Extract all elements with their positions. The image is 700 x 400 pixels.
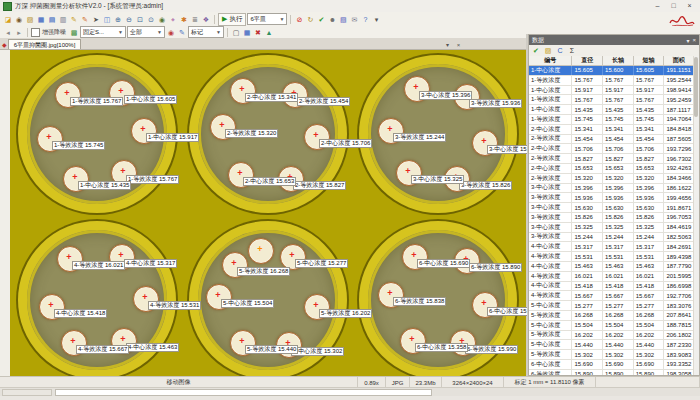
table-cell: 183.9083 (664, 350, 694, 359)
column-header[interactable]: 面积 (664, 56, 694, 65)
image-viewer[interactable]: +1-等效浓度 15.767+1-中心浓度 15.605+1-中心浓度 15.9… (10, 50, 527, 376)
table-row[interactable]: 1-中心浓度15.91715.91715.917198.9414 (529, 86, 694, 96)
table-row[interactable]: 3-等效浓度15.82615.82615.826196.7053 (529, 213, 694, 223)
report-icon[interactable]: ▧ (338, 14, 348, 24)
help-icon[interactable]: ? (360, 14, 370, 24)
table-row[interactable]: 1-中心浓度15.60515.60015.605191.1151 (529, 66, 694, 76)
table-cell: 15.302 (634, 350, 665, 359)
table-row[interactable]: 2-等效浓度15.32015.32015.320184.3466 (529, 174, 694, 184)
preset-combo[interactable]: 6平皿 ▼ (247, 13, 287, 25)
table-row[interactable]: 5-等效浓度16.20216.20216.202206.1802 (529, 331, 694, 341)
table-row[interactable]: 5-中心浓度15.44015.44015.440187.2330 (529, 340, 694, 350)
capture-frame-icon[interactable]: ◫ (102, 14, 112, 24)
open-data-icon[interactable]: ▨ (543, 46, 553, 56)
camera-capture-icon[interactable]: ◉ (14, 14, 24, 24)
table-row[interactable]: 5-等效浓度16.26816.26816.268207.8641 (529, 311, 694, 321)
table-row[interactable]: 4-等效浓度15.66715.66715.667192.7706 (529, 291, 694, 301)
panel-close-icon[interactable]: × (692, 37, 696, 44)
maximize-button[interactable]: □ (666, 1, 681, 11)
picker-icon[interactable]: ✎ (177, 27, 187, 37)
template-combo[interactable]: 固定S... ▼ (80, 26, 126, 38)
table-row[interactable]: 1-等效浓度15.76715.76715.767195.2544 (529, 76, 694, 86)
next-icon[interactable]: ▸ (14, 27, 24, 37)
table-row[interactable]: 2-等效浓度15.45415.45415.454187.5605 (529, 135, 694, 145)
table-scrollbar[interactable] (693, 56, 699, 375)
stamp-icon[interactable]: ◉ (166, 27, 176, 37)
table-row[interactable]: 1-中心浓度15.43515.43515.435187.1117 (529, 105, 694, 115)
table-cell: 15.667 (572, 291, 603, 300)
table-row[interactable]: 1-等效浓度15.76715.76715.767195.2459 (529, 95, 694, 105)
layers-icon[interactable]: ≣ (190, 14, 200, 24)
refresh-icon[interactable]: ↻ (305, 14, 315, 24)
user-icon[interactable]: ☻ (327, 14, 337, 24)
table-cell: 15.936 (634, 193, 665, 202)
run-button[interactable]: ▶ 执行 (218, 13, 246, 26)
table-row[interactable]: 4-等效浓度15.53115.53115.531189.4398 (529, 252, 694, 262)
table-row[interactable]: 4-中心浓度15.46315.46315.463187.7790 (529, 262, 694, 272)
column-header[interactable]: 直径 (572, 56, 603, 65)
settings-icon[interactable]: ❖ (201, 14, 211, 24)
pen-icon[interactable]: ✎ (80, 14, 90, 24)
table-row[interactable]: 5-中心浓度15.50415.50415.504188.7815 (529, 321, 694, 331)
save-icon[interactable]: ▦ (36, 14, 46, 24)
sum-data-icon[interactable]: Σ (567, 46, 577, 56)
tab-active-image[interactable]: 6平皿抑菌圈.jpg[100%] (8, 39, 82, 49)
print-icon[interactable]: ▥ (58, 14, 68, 24)
table-row[interactable]: 6-中心浓度15.69015.69015.690193.3352 (529, 360, 694, 370)
table-row[interactable]: 3-中心浓度15.39615.39615.396186.1622 (529, 184, 694, 194)
zoom-actual-icon[interactable]: ⊙ (146, 14, 156, 24)
tab-close-icon[interactable]: × (454, 42, 463, 48)
mark-combo[interactable]: 标记 ▼ (188, 26, 224, 38)
table-row[interactable]: 3-等效浓度15.93615.93615.936199.4656 (529, 193, 694, 203)
table-row[interactable]: 1-等效浓度15.74515.74515.745194.7064 (529, 115, 694, 125)
table-row[interactable]: 6-等效浓度15.89015.89015.890198.3058 (529, 370, 694, 375)
zoom-in-icon[interactable]: ⊕ (113, 14, 123, 24)
eye-icon[interactable]: ◉ (157, 14, 167, 24)
table-cell: 189.4398 (664, 252, 694, 261)
tab-menu-icon[interactable]: ▾ (443, 41, 452, 48)
table-row[interactable]: 4-等效浓度16.02116.02116.021201.5995 (529, 272, 694, 282)
check-data-icon[interactable]: ✔ (531, 46, 541, 56)
stats-icon[interactable]: ▲ (264, 27, 274, 37)
table-row[interactable]: 3-中心浓度15.32515.32515.325184.4619 (529, 223, 694, 233)
save-all-icon[interactable]: ▤ (47, 14, 57, 24)
add-mark-icon[interactable]: ▢ (231, 27, 241, 37)
stop-icon[interactable]: ⊘ (294, 14, 304, 24)
measure-icon[interactable]: ⌖ (168, 14, 178, 24)
table-row[interactable]: 2-中心浓度15.65315.65315.653192.4263 (529, 164, 694, 174)
zoom-out-icon[interactable]: ⊖ (124, 14, 134, 24)
table-row[interactable]: 5-等效浓度15.30215.30215.302183.9083 (529, 350, 694, 360)
zoom-fit-icon[interactable]: ⊡ (135, 14, 145, 24)
table-row[interactable]: 3-等效浓度15.24415.24415.244182.5063 (529, 233, 694, 243)
cursor-icon[interactable]: ➤ (91, 14, 101, 24)
table-row[interactable]: 4-中心浓度15.41815.41815.418186.6998 (529, 282, 694, 292)
table-cell: 193.3352 (664, 360, 694, 369)
column-header[interactable]: 长轴 (603, 56, 634, 65)
table-row[interactable]: 5-中心浓度15.27715.27715.277183.3076 (529, 301, 694, 311)
panel-pin-icon[interactable]: ▾ (686, 37, 689, 44)
column-header[interactable]: 短轴 (634, 56, 665, 65)
folder-icon[interactable]: ▨ (25, 14, 35, 24)
copy-data-icon[interactable]: C (555, 46, 565, 56)
edit-icon[interactable]: ✎ (69, 14, 79, 24)
table-row[interactable]: 2-等效浓度15.82715.82715.827196.7302 (529, 154, 694, 164)
close-button[interactable]: × (682, 1, 697, 11)
more-icon[interactable]: ▾ (371, 14, 381, 24)
table-row[interactable]: 2-中心浓度15.34115.34115.341184.8418 (529, 125, 694, 135)
wand-icon[interactable]: ✱ (179, 14, 189, 24)
table-row[interactable]: 2-中心浓度15.70615.70615.706193.7296 (529, 144, 694, 154)
filter-combo[interactable]: 全部 ▼ (127, 26, 165, 38)
save-marks-icon[interactable]: ▦ (242, 27, 252, 37)
table-row[interactable]: 4-中心浓度15.31715.31715.317184.2691 (529, 242, 694, 252)
confirm-icon[interactable]: ✔ (316, 14, 326, 24)
open-image-icon[interactable]: ◪ (3, 14, 13, 24)
list-icon[interactable]: ▩ (69, 27, 79, 37)
clear-marks-icon[interactable]: ✖ (253, 27, 263, 37)
column-header[interactable]: 编号 (529, 56, 572, 65)
minimize-button[interactable]: – (650, 1, 665, 11)
denoise-checkbox[interactable] (31, 28, 40, 37)
mail-icon[interactable]: ✉ (349, 14, 359, 24)
scrollbar-thumb[interactable] (694, 57, 698, 117)
table-row[interactable]: 3-中心浓度15.63015.63015.630191.8671 (529, 203, 694, 213)
prev-icon[interactable]: ◂ (3, 27, 13, 37)
